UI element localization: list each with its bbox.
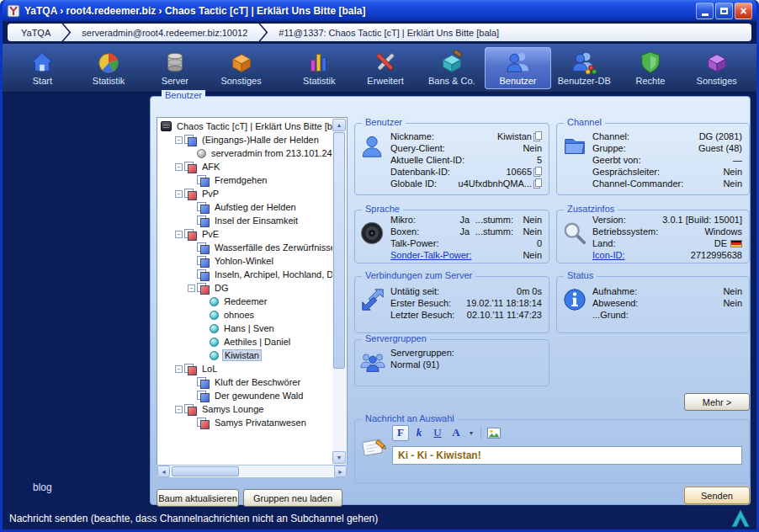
tree-item-fremdgehen[interactable]: Fremdgehen [159,173,332,187]
scroll-thumb[interactable] [172,466,239,476]
copy-icon[interactable] [535,167,542,175]
tree-item-ohnoes[interactable]: ohnoes [159,308,332,322]
tree-item-insel-der-einsamkeit[interactable]: Insel der Einsamkeit [159,214,332,227]
tree-expander[interactable]: - [175,231,183,238]
link-icon-id[interactable]: Icon-ID: [592,250,691,260]
client-icon [210,351,219,360]
toolbar-item-benutzer-db[interactable]: Benutzer-DB [551,47,618,89]
tree-expander[interactable]: - [175,190,183,198]
tree-item-edeemer[interactable]: Яedeemer [159,295,332,308]
tree-item-wasserf-lle-des-zerw-rfnisse[interactable]: Wasserfälle des Zerwürfnisses [159,241,332,254]
tree-item-pvp[interactable]: -PvP [159,187,332,200]
toolbar-item-server[interactable]: Server [141,47,208,89]
content-area: blog Benutzer Chaos Tactic [cT] | Erklär… [3,93,756,507]
text-color-button[interactable]: A [448,425,464,441]
titlebar[interactable]: YaTQA › root4.redeemer.biz › Chaos Tacti… [3,0,756,21]
tree-item-serveradmin-from-213-101-249[interactable]: serveradmin from 213.101.249.151 [159,146,332,160]
tree-item-lol[interactable]: -LoL [159,362,332,375]
tree-item-kluft-der-beschw-rer[interactable]: Kluft der Beschwörer [159,375,332,389]
tree-expander[interactable]: - [175,406,183,413]
tree-item-samys-privatanwesen[interactable]: Samys Privatanwesen [159,416,332,429]
color-dropdown-icon[interactable]: ▾ [466,425,476,441]
link-sonder-talk-power[interactable]: Sonder-Talk-Power: [390,250,523,260]
tree-expander[interactable]: - [175,365,183,373]
minimize-button[interactable] [696,3,714,19]
tree-item-afk[interactable]: -AFK [159,160,332,173]
toolbar-item-erweitert[interactable]: Erweitert [353,47,419,89]
tree-item-dg[interactable]: -DG [159,281,332,295]
field-row: Betriebssystem:Windows [592,226,742,237]
breadcrumb-segment-3[interactable]: #11@1337: Chaos Tactic [cT] | Erklärt Un… [260,24,751,41]
toolbar-item-statistik[interactable]: Statistik [286,47,353,89]
toolbar-item-label: Sonstiges [220,76,261,86]
yatqa-window: YaTQA › root4.redeemer.biz › Chaos Tacti… [0,0,759,532]
copy-icon[interactable] [535,178,542,187]
toolbar-item-benutzer[interactable]: Benutzer [485,47,551,89]
scroll-track[interactable] [170,466,334,477]
image-icon[interactable] [486,425,502,441]
underline-button[interactable]: U [429,425,446,441]
german-flag-icon [730,240,742,247]
italic-button[interactable]: k [411,425,427,441]
tree-item-label: PvP [200,189,220,199]
tree-item-eingangs-halle-der-helden[interactable]: -(Eingangs-)Halle der Helden [159,133,332,146]
scroll-track[interactable] [332,131,346,451]
field-value: Nein [523,250,542,260]
panel-title: Channel [564,117,605,127]
scroll-up-button[interactable]: ▲ [332,119,346,131]
close-button[interactable]: × [735,3,752,19]
tree-item-samys-lounge[interactable]: -Samys Lounge [159,402,332,416]
send-button[interactable]: Senden [684,487,750,504]
field-label: Servergruppen: [390,348,542,358]
message-input[interactable] [392,446,742,465]
tree-vertical-scrollbar[interactable]: ▲ ▼ [332,119,346,464]
reload-groups-button[interactable]: Gruppen neu laden [243,489,342,507]
field-label: Letzter Besuch: [390,310,467,320]
tree-item-hans-sven[interactable]: Hans | Sven [159,322,332,335]
tree-item-aethiles-daniel[interactable]: Aethiles | Daniel [159,335,332,348]
tree-expander[interactable]: - [188,285,195,292]
field-value: Nein [723,167,742,177]
tree-item-chaos-tactic-ct-erkl-rt-uns-[interactable]: Chaos Tactic [cT] | Erklärt Uns Bitte [b… [159,120,332,133]
toolbar-item-label: Benutzer-DB [558,76,611,86]
scroll-down-button[interactable]: ▼ [332,451,346,464]
channel-blue-icon [197,256,210,267]
tree-item-inseln-archipel-hochland-dun[interactable]: Inseln, Archipel, Hochland, Dunkler [159,268,332,281]
tree-item-pve[interactable]: -PvE [159,227,332,241]
tree-item-aufstieg-der-helden[interactable]: Aufstieg der Helden [159,200,332,214]
toolbar-item-sonstiges[interactable]: Sonstiges [683,47,750,89]
statusbar: Nachricht senden (beachte, dass Channeln… [3,507,756,529]
toolbar-item-start[interactable]: Start [9,47,76,89]
breadcrumb-segment-1[interactable]: YaTQA [8,24,69,41]
toolbar-item-statistik[interactable]: Statistik [76,47,142,89]
scroll-right-button[interactable]: ► [334,466,347,477]
scroll-thumb[interactable] [333,132,345,369]
tree-item-der-gewundene-wald[interactable]: Der gewundene Wald [159,389,332,402]
users-db-icon [571,50,597,75]
field-value: Nein [513,226,542,237]
tree-expander[interactable]: - [175,136,183,144]
tree-item-yohlon-winkel[interactable]: Yohlon-Winkel [159,254,332,268]
toolbar-item-sonstiges[interactable]: Sonstiges [208,47,274,89]
scroll-left-button[interactable]: ◄ [157,466,170,477]
breadcrumb-segment-2[interactable]: serveradmin@root4.redeemer.biz:10012 [63,24,266,41]
field-label: Betriebssystem: [592,226,704,237]
field-label: Abwesend: [592,298,723,308]
toolbar-item-bans-co[interactable]: Bans & Co. [418,47,485,89]
channel-red-icon [184,404,197,415]
tree-horizontal-scrollbar[interactable]: ◄ ► [157,465,348,478]
refresh-tree-button[interactable]: Baum aktualisieren [157,489,239,507]
blog-link[interactable]: blog [33,481,52,493]
purple-box-icon [704,50,730,75]
tree-item-kiwistan[interactable]: Kiwistan [159,348,332,362]
tree-indent: - [173,365,184,373]
bold-button[interactable]: F [392,425,409,441]
field-label: Talk-Power: [390,238,537,248]
more-button[interactable]: Mehr > [684,393,750,411]
tree-item-label: Aethiles | Daniel [222,337,292,347]
channel-red-icon [184,189,197,200]
copy-icon[interactable] [535,131,542,140]
maximize-button[interactable] [715,3,733,19]
toolbar-item-rechte[interactable]: Rechte [618,47,684,89]
tree-expander[interactable]: - [175,163,183,171]
